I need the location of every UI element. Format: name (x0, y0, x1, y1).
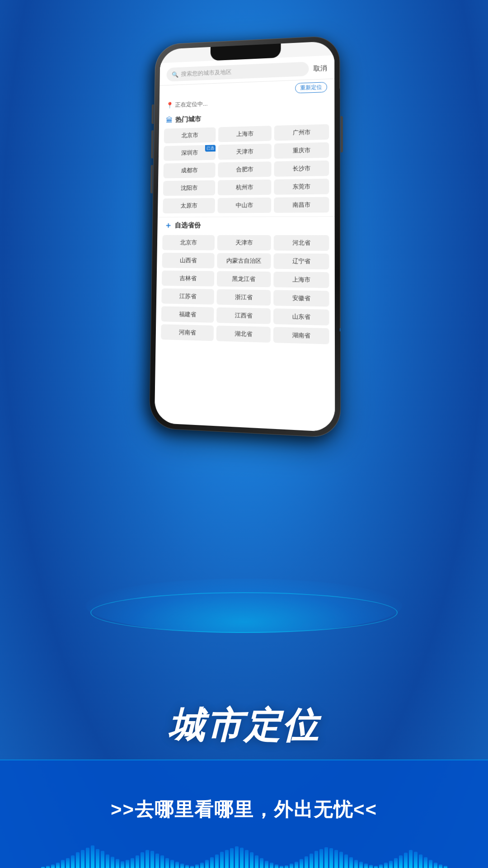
wave-bar (324, 847, 328, 868)
wave-bar (429, 860, 432, 868)
wave-bar (310, 854, 313, 868)
wave-bar (76, 852, 80, 868)
wave-bar (265, 861, 268, 868)
province-chip[interactable]: 北京市 (162, 235, 215, 250)
volume-up-button (151, 130, 154, 158)
wave-bar (339, 852, 343, 868)
wave-bar (96, 849, 99, 868)
city-chip[interactable]: 杭州市 (218, 179, 272, 195)
wave-bar (404, 853, 408, 868)
province-chip[interactable]: 上海市 (273, 272, 329, 288)
wave-bar (91, 845, 94, 868)
phone-mockup: 🔍 搜索您的城市及地区 取消 重新定位 📍 正在定位中... 🏛 (149, 35, 341, 438)
wave-bar (389, 861, 393, 868)
location-text: 正在定位中... (175, 100, 207, 109)
province-chip[interactable]: 安徽省 (273, 290, 329, 307)
wave-bar (116, 859, 119, 868)
city-chip[interactable]: 太原市 (163, 198, 215, 213)
province-chip[interactable]: 河南省 (161, 324, 214, 341)
wave-bar (399, 855, 403, 868)
city-chip[interactable]: 成都市 (164, 162, 216, 178)
province-chip[interactable]: 河北省 (274, 235, 329, 251)
province-chip[interactable]: 福建省 (161, 306, 214, 322)
wave-bar (195, 864, 199, 868)
city-chip[interactable]: 北京市 (164, 127, 216, 144)
wave-bar (414, 852, 418, 868)
city-chip[interactable]: 长沙市 (274, 160, 329, 177)
wave-bar (106, 854, 109, 868)
wave-bar (56, 863, 60, 868)
city-chip[interactable]: 东莞市 (274, 179, 329, 195)
wave-bar (66, 858, 70, 868)
hot-cities-grid: 北京市上海市广州市深圳市已选天津市重庆市成都市合肥市长沙市沈阳市杭州市东莞市太原… (158, 122, 335, 217)
wave-bar (394, 858, 398, 868)
wave-bar (160, 855, 164, 868)
wave-bar (285, 865, 288, 868)
province-chip[interactable]: 浙江省 (216, 289, 271, 306)
wave-bar (424, 857, 427, 868)
province-header: ＋ 自选省份 (157, 216, 334, 233)
city-chip[interactable]: 沈阳市 (163, 180, 215, 196)
city-chip[interactable]: 上海市 (218, 126, 272, 142)
province-chip[interactable]: 江苏省 (161, 288, 214, 305)
wave-bar (175, 862, 179, 868)
plus-icon: ＋ (164, 220, 172, 231)
wave-bar (409, 850, 413, 868)
wave-bar (126, 860, 129, 868)
province-chip[interactable]: 湖南省 (273, 327, 329, 344)
wave-bar (245, 850, 249, 868)
city-chip[interactable]: 重庆市 (274, 142, 329, 159)
province-chip[interactable]: 湖北省 (216, 326, 271, 343)
city-chip[interactable]: 南昌市 (274, 197, 329, 213)
wave-bar (290, 863, 293, 868)
province-chip[interactable]: 江西省 (216, 307, 271, 324)
app-content: 🔍 搜索您的城市及地区 取消 重新定位 📍 正在定位中... 🏛 (155, 55, 335, 432)
wave-bar (419, 854, 422, 868)
province-chip[interactable]: 山西省 (162, 253, 215, 268)
wave-bar (379, 864, 383, 868)
city-chip[interactable]: 中山市 (217, 198, 271, 213)
wave-bar (141, 852, 144, 868)
wave-bar (359, 862, 363, 868)
phone-frame: 🔍 搜索您的城市及地区 取消 重新定位 📍 正在定位中... 🏛 (149, 35, 341, 438)
province-chip[interactable]: 山东省 (273, 308, 329, 326)
wave-bar (210, 857, 214, 868)
wave-bar (71, 855, 75, 868)
wave-bar (225, 850, 229, 868)
wave-bar (86, 848, 89, 868)
province-chip[interactable]: 黑龙江省 (217, 271, 271, 288)
city-chip[interactable]: 天津市 (218, 144, 272, 160)
province-chip[interactable]: 内蒙古自治区 (217, 253, 271, 269)
city-chip[interactable]: 深圳市已选 (164, 145, 216, 160)
city-chip[interactable]: 广州市 (274, 124, 329, 141)
wave-bar (270, 863, 273, 868)
mute-button (151, 104, 154, 124)
wave-bar (150, 851, 154, 868)
province-chip[interactable]: 吉林省 (162, 270, 214, 286)
banner-subtitle: >>去哪里看哪里，外出无忧<< (111, 797, 377, 822)
wave-bar (111, 857, 114, 868)
wave-bar (145, 850, 149, 868)
volume-down-button (150, 165, 153, 193)
reposition-button[interactable]: 重新定位 (295, 82, 327, 93)
wave-bar (185, 865, 189, 868)
cancel-button[interactable]: 取消 (313, 64, 327, 73)
wave-bars (0, 832, 488, 868)
city-chip[interactable]: 合肥市 (218, 161, 271, 177)
wave-bar (101, 851, 104, 868)
location-icon: 📍 (166, 102, 174, 109)
wave-bar (369, 865, 373, 868)
wave-bar (51, 864, 55, 868)
province-grid: 北京市天津市河北省山西省内蒙古自治区辽宁省吉林省黑龙江省上海市江苏省浙江省安徽省… (156, 233, 335, 348)
wave-bar (280, 866, 283, 868)
wave-bar (305, 856, 308, 868)
wave-bar (81, 850, 84, 868)
search-bar[interactable]: 🔍 搜索您的城市及地区 (166, 61, 309, 81)
province-chip[interactable]: 天津市 (217, 235, 271, 250)
wave-bar (136, 855, 139, 868)
wave-bar (250, 852, 253, 868)
wave-bar (334, 850, 338, 868)
wave-bar (434, 863, 437, 868)
province-chip[interactable]: 辽宁省 (274, 253, 329, 269)
main-title: 城市定位 (0, 702, 488, 750)
